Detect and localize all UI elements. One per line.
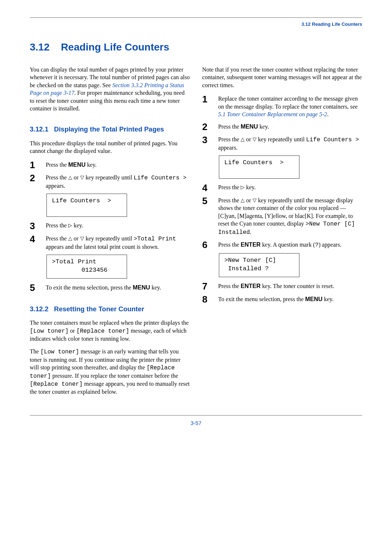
menu-key: MENU bbox=[305, 296, 323, 302]
step-number: 7 bbox=[202, 281, 212, 291]
lcd-display: >Total Print 0123456 bbox=[46, 255, 127, 279]
step-body: Replace the toner container according to… bbox=[218, 94, 362, 118]
lcd-text: [Low toner] bbox=[30, 328, 69, 335]
lcd-display: Life Counters > bbox=[219, 155, 299, 179]
down-arrow-icon: ▽ bbox=[80, 235, 84, 242]
r-step-4: 4 Press the ▷ key. bbox=[202, 183, 362, 193]
step-body: Press the ▷ key. bbox=[218, 183, 362, 191]
step-body: To exit the menu selection, press the ME… bbox=[46, 283, 190, 292]
lcd-text: [Replace toner] bbox=[76, 328, 129, 335]
lcd-text: [Replace toner] bbox=[30, 381, 83, 388]
up-arrow-icon: △ bbox=[241, 197, 245, 204]
step-number: 2 bbox=[30, 173, 39, 183]
down-arrow-icon: ▽ bbox=[80, 174, 84, 181]
menu-key: MENU bbox=[133, 284, 150, 291]
lcd-text: Life Counters > bbox=[306, 137, 359, 143]
page-number: 3-57 bbox=[191, 420, 201, 426]
sub2-paragraph-2: The [Low toner] message is an early warn… bbox=[30, 348, 190, 396]
subheading-3-12-1: 3.12.1 Displaying the Total Printed Page… bbox=[30, 125, 190, 134]
step-body: Press the △ or ▽ key repeatedly until >T… bbox=[46, 234, 190, 251]
r-step-7: 7 Press the ENTER key. The toner counter… bbox=[202, 281, 362, 291]
step-body: Press the △ or ▽ key repeatedly until Li… bbox=[46, 173, 190, 190]
r-step-1: 1 Replace the toner container according … bbox=[202, 94, 362, 118]
section-text: Reading Life Counters bbox=[61, 41, 170, 53]
r-step-2: 2 Press the MENU key. bbox=[202, 122, 362, 131]
page-title: 3.12 Reading Life Counters bbox=[30, 41, 362, 53]
step-body: Press the △ or ▽ key repeatedly until th… bbox=[218, 196, 362, 236]
step-body: Press the MENU key. bbox=[46, 160, 190, 169]
step-number: 3 bbox=[202, 135, 212, 145]
r-step-5: 5 Press the △ or ▽ key repeatedly until … bbox=[202, 196, 362, 236]
step-body: Press the ▷ key. bbox=[46, 221, 190, 230]
step-3: 3 Press the ▷ key. bbox=[30, 221, 190, 231]
up-arrow-icon: △ bbox=[68, 174, 72, 181]
right-intro: Note that if you reset the toner counter… bbox=[202, 66, 362, 89]
step-number: 1 bbox=[202, 94, 212, 104]
running-header: 3.12 Reading Life Counters bbox=[30, 21, 362, 27]
up-arrow-icon: △ bbox=[241, 136, 245, 143]
left-column: You can display the total number of page… bbox=[30, 66, 190, 401]
lcd-text: ? bbox=[315, 242, 319, 248]
step-number: 6 bbox=[202, 240, 212, 250]
step-body: Press the △ or ▽ key repeatedly until Li… bbox=[218, 135, 362, 152]
sub-text: Resetting the Toner Counter bbox=[54, 305, 144, 313]
step-5: 5 To exit the menu selection, press the … bbox=[30, 283, 190, 292]
step-4: 4 Press the △ or ▽ key repeatedly until … bbox=[30, 234, 190, 251]
enter-key: ENTER bbox=[241, 241, 261, 248]
sub2-paragraph-1: The toner containers must be replaced wh… bbox=[30, 319, 190, 343]
r-step-3: 3 Press the △ or ▽ key repeatedly until … bbox=[202, 135, 362, 152]
page: 3.12 Reading Life Counters 3.12 Reading … bbox=[0, 0, 392, 555]
sub-text: Displaying the Total Printed Pages bbox=[54, 125, 164, 133]
step-number: 5 bbox=[202, 196, 212, 206]
down-arrow-icon: ▽ bbox=[253, 136, 257, 143]
subheading-3-12-2: 3.12.2 Resetting the Toner Counter bbox=[30, 305, 190, 313]
step-number: 3 bbox=[30, 221, 39, 231]
top-rule bbox=[30, 17, 362, 18]
down-arrow-icon: ▽ bbox=[253, 197, 257, 204]
sub-number: 3.12.2 bbox=[30, 305, 48, 313]
step-number: 2 bbox=[202, 122, 212, 131]
two-column-layout: You can display the total number of page… bbox=[30, 66, 362, 401]
step-2: 2 Press the △ or ▽ key repeatedly until … bbox=[30, 173, 190, 190]
step-number: 1 bbox=[30, 160, 39, 170]
enter-key: ENTER bbox=[241, 283, 261, 289]
lcd-text: Life Counters > bbox=[134, 175, 187, 181]
menu-key: MENU bbox=[68, 161, 86, 168]
link-toner-replacement[interactable]: 5.1 Toner Container Replacement on page … bbox=[218, 111, 327, 118]
up-arrow-icon: △ bbox=[68, 235, 72, 242]
step-body: To exit the menu selection, press the ME… bbox=[218, 295, 362, 303]
step-number: 4 bbox=[30, 234, 39, 244]
lcd-text: >Total Print bbox=[134, 236, 176, 242]
section-number: 3.12 bbox=[30, 41, 50, 53]
intro-paragraph: You can display the total number of page… bbox=[30, 66, 190, 113]
lcd-display: Life Counters > bbox=[46, 194, 127, 217]
right-column: Note that if you reset the toner counter… bbox=[202, 66, 362, 401]
r-step-8: 8 To exit the menu selection, press the … bbox=[202, 295, 362, 304]
step-1: 1 Press the MENU key. bbox=[30, 160, 190, 170]
step-body: Press the ENTER key. A question mark (?)… bbox=[218, 240, 362, 249]
step-body: Press the ENTER key. The toner counter i… bbox=[218, 281, 362, 290]
lcd-display: >New Toner [C] Installed ? bbox=[219, 253, 299, 277]
footer: 3-57 bbox=[30, 415, 362, 426]
step-body: Press the MENU key. bbox=[218, 122, 362, 131]
step-number: 4 bbox=[202, 183, 212, 193]
sub-number: 3.12.1 bbox=[30, 125, 48, 133]
r-step-6: 6 Press the ENTER key. A question mark (… bbox=[202, 240, 362, 250]
step-number: 5 bbox=[30, 283, 39, 292]
right-arrow-icon: ▷ bbox=[68, 222, 72, 229]
right-arrow-icon: ▷ bbox=[241, 184, 245, 191]
lcd-text: [Low toner] bbox=[40, 349, 79, 355]
step-number: 8 bbox=[202, 295, 212, 304]
menu-key: MENU bbox=[241, 123, 258, 130]
sub1-intro: This procedure displays the total number… bbox=[30, 140, 190, 155]
